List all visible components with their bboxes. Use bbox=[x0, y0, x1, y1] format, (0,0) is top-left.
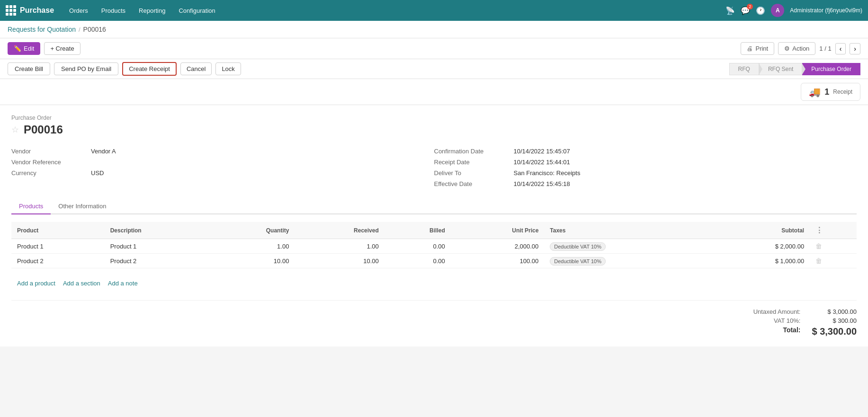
user-name: Administrator (fj6nyue0vi9m) bbox=[790, 7, 862, 14]
app-logo[interactable]: Purchase bbox=[6, 5, 54, 16]
receipt-count: 1 bbox=[824, 87, 829, 97]
chat-icon[interactable]: 💬 2 bbox=[741, 6, 750, 15]
user-avatar[interactable]: A bbox=[771, 4, 784, 17]
truck-icon: 🚚 bbox=[809, 86, 821, 98]
tab-products[interactable]: Products bbox=[11, 199, 51, 214]
deliver-to-label: Deliver To bbox=[434, 169, 510, 177]
cancel-button[interactable]: Cancel bbox=[180, 62, 212, 75]
col-options: ⋮ bbox=[810, 222, 857, 239]
create-receipt-button[interactable]: Create Receipt bbox=[122, 62, 177, 76]
add-section-link[interactable]: Add a section bbox=[63, 280, 100, 287]
row2-subtotal: $ 1,000.00 bbox=[710, 254, 810, 268]
topnav-right: 📡 💬 2 🕐 A Administrator (fj6nyue0vi9m) bbox=[725, 4, 862, 17]
pipeline-rfq-sent[interactable]: RFQ Sent bbox=[759, 63, 802, 75]
menu-configuration[interactable]: Configuration bbox=[173, 4, 221, 17]
vendor-ref-row: Vendor Reference bbox=[11, 159, 434, 166]
edit-button[interactable]: ✏️ Edit bbox=[8, 42, 40, 55]
currency-label: Currency bbox=[11, 169, 87, 177]
col-unit-price: Unit Price bbox=[451, 222, 545, 239]
send-po-button[interactable]: Send PO by Email bbox=[54, 62, 118, 75]
create-bill-button[interactable]: Create Bill bbox=[8, 62, 50, 75]
row1-unit-price: 2,000.00 bbox=[451, 239, 545, 254]
po-number: P00016 bbox=[24, 123, 63, 136]
add-note-link[interactable]: Add a note bbox=[108, 280, 138, 287]
col-quantity: Quantity bbox=[210, 222, 295, 239]
row1-taxes: Deductible VAT 10% bbox=[544, 239, 710, 254]
menu-reporting[interactable]: Reporting bbox=[133, 4, 171, 17]
menu-products[interactable]: Products bbox=[96, 4, 131, 17]
prev-button[interactable]: ‹ bbox=[835, 43, 846, 54]
vendor-label: Vendor bbox=[11, 148, 87, 155]
status-bar: Create Bill Send PO by Email Create Rece… bbox=[0, 59, 868, 79]
tabs: Products Other Information bbox=[11, 199, 857, 214]
confirmation-date-label: Confirmation Date bbox=[434, 148, 510, 155]
create-button[interactable]: + Create bbox=[44, 42, 80, 55]
currency-row: Currency USD bbox=[11, 169, 434, 177]
receipt-date-value: 10/14/2022 15:44:01 bbox=[514, 159, 570, 166]
confirmation-date-value: 10/14/2022 15:45:07 bbox=[514, 148, 570, 155]
row1-description: Product 1 bbox=[105, 239, 210, 254]
col-description: Description bbox=[105, 222, 210, 239]
receipt-badge[interactable]: 🚚 1 Receipt bbox=[801, 83, 860, 101]
breadcrumb-separator: / bbox=[79, 26, 81, 33]
lock-button[interactable]: Lock bbox=[215, 62, 241, 75]
add-product-link[interactable]: Add a product bbox=[17, 280, 55, 287]
tax-badge: Deductible VAT 10% bbox=[550, 242, 606, 251]
next-button[interactable]: › bbox=[850, 43, 860, 54]
deliver-to-value: San Francisco: Receipts bbox=[514, 169, 581, 177]
pipeline-rfq[interactable]: RFQ bbox=[729, 63, 759, 75]
total-label: Total: bbox=[753, 326, 801, 337]
untaxed-value: $ 3,000.00 bbox=[812, 308, 857, 315]
total-value: $ 3,300.00 bbox=[812, 326, 857, 337]
top-navigation: Purchase Orders Products Reporting Confi… bbox=[0, 0, 868, 21]
col-received: Received bbox=[295, 222, 384, 239]
breadcrumb-parent[interactable]: Requests for Quotation bbox=[8, 26, 76, 33]
row2-received: 10.00 bbox=[295, 254, 384, 268]
vat-value: $ 300.00 bbox=[812, 317, 857, 324]
gear-icon: ⚙ bbox=[784, 45, 790, 52]
pipeline-purchase-order[interactable]: Purchase Order bbox=[802, 63, 860, 75]
tax-badge: Deductible VAT 10% bbox=[550, 257, 606, 266]
favorite-star-icon[interactable]: ☆ bbox=[11, 124, 19, 135]
confirmation-date-row: Confirmation Date 10/14/2022 15:45:07 bbox=[434, 148, 857, 155]
print-button[interactable]: 🖨 Print bbox=[741, 42, 774, 55]
vendor-row: Vendor Vendor A bbox=[11, 148, 434, 155]
row1-received: 1.00 bbox=[295, 239, 384, 254]
vendor-value: Vendor A bbox=[91, 148, 116, 155]
receipt-label: Receipt bbox=[833, 89, 852, 95]
product-table: Product Description Quantity Received Bi… bbox=[11, 222, 857, 268]
breadcrumb: Requests for Quotation / P00016 bbox=[0, 21, 868, 38]
antenna-icon[interactable]: 📡 bbox=[725, 6, 735, 15]
receipt-date-label: Receipt Date bbox=[434, 159, 510, 166]
row1-subtotal: $ 2,000.00 bbox=[710, 239, 810, 254]
effective-date-label: Effective Date bbox=[434, 180, 510, 187]
column-options-icon[interactable]: ⋮ bbox=[815, 226, 823, 234]
row2-taxes: Deductible VAT 10% bbox=[544, 254, 710, 268]
clock-icon[interactable]: 🕐 bbox=[756, 6, 765, 15]
delete-icon[interactable]: 🗑 bbox=[815, 242, 822, 250]
main-menu: Orders Products Reporting Configuration bbox=[63, 4, 725, 17]
effective-date-row: Effective Date 10/14/2022 15:45:18 bbox=[434, 180, 857, 187]
form-right: Confirmation Date 10/14/2022 15:45:07 Re… bbox=[434, 148, 857, 187]
col-billed: Billed bbox=[385, 222, 451, 239]
vat-label: VAT 10%: bbox=[753, 317, 801, 324]
row1-delete[interactable]: 🗑 bbox=[810, 239, 857, 254]
row2-delete[interactable]: 🗑 bbox=[810, 254, 857, 268]
print-icon: 🖨 bbox=[747, 45, 753, 52]
totals-grid: Untaxed Amount: $ 3,000.00 VAT 10%: $ 30… bbox=[753, 308, 857, 337]
deliver-to-row: Deliver To San Francisco: Receipts bbox=[434, 169, 857, 177]
col-taxes: Taxes bbox=[544, 222, 710, 239]
row1-quantity: 1.00 bbox=[210, 239, 295, 254]
col-subtotal: Subtotal bbox=[710, 222, 810, 239]
menu-orders[interactable]: Orders bbox=[63, 4, 94, 17]
po-label: Purchase Order bbox=[11, 115, 857, 121]
action-button[interactable]: ⚙ Action bbox=[778, 42, 815, 55]
pagination: 1 / 1 ‹ › bbox=[819, 43, 860, 54]
untaxed-label: Untaxed Amount: bbox=[753, 308, 801, 315]
row2-product: Product 2 bbox=[11, 254, 105, 268]
tab-other-information[interactable]: Other Information bbox=[51, 199, 114, 214]
row2-quantity: 10.00 bbox=[210, 254, 295, 268]
delete-icon[interactable]: 🗑 bbox=[815, 257, 822, 265]
table-row: Product 1 Product 1 1.00 1.00 0.00 2,000… bbox=[11, 239, 857, 254]
receipt-date-row: Receipt Date 10/14/2022 15:44:01 bbox=[434, 159, 857, 166]
